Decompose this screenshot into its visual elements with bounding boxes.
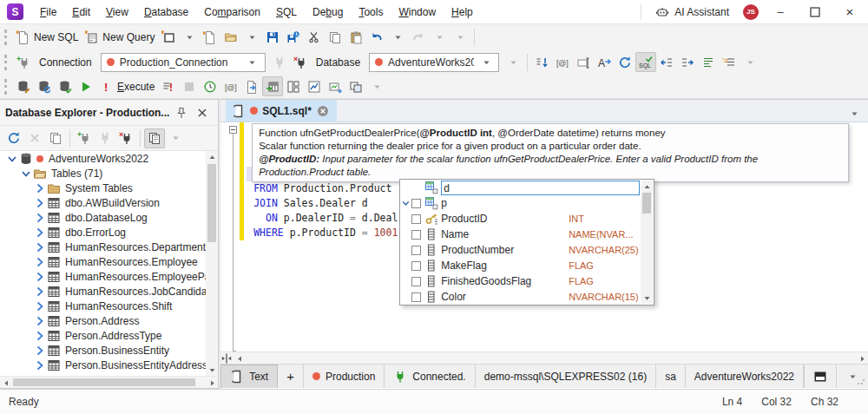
connect-button[interactable]: [269, 52, 290, 72]
scroll-left-icon[interactable]: [0, 377, 12, 389]
delete-button[interactable]: [24, 128, 45, 148]
menu-database[interactable]: Database: [136, 3, 196, 22]
scroll-up-icon[interactable]: [641, 181, 653, 193]
code-area[interactable]: S ,dbo.ufnGetProductDealerPrice( AS Deal…: [220, 122, 868, 352]
chevron-collapsed-icon[interactable]: [33, 344, 47, 358]
edit-database-button[interactable]: [13, 76, 34, 96]
comment-button[interactable]: ’≡: [719, 52, 740, 72]
connection-select[interactable]: Production_Connection: [101, 53, 266, 72]
database-select[interactable]: AdventureWorks20...: [369, 53, 499, 72]
show-documents-button[interactable]: [144, 128, 165, 148]
query-parameters-button[interactable]: [@]: [220, 76, 241, 96]
database-name[interactable]: AdventureWorks2022: [686, 365, 804, 388]
copy-button[interactable]: [325, 27, 345, 47]
open-file-button[interactable]: [220, 27, 241, 47]
decrease-indent-button[interactable]: [656, 52, 677, 72]
scroll-up-icon[interactable]: [206, 151, 218, 163]
tree-item-person-address[interactable]: Person.Address: [0, 313, 218, 328]
tab-close-icon[interactable]: [316, 104, 330, 118]
new-document-button[interactable]: *: [200, 27, 220, 47]
chevron-collapsed-icon[interactable]: [33, 314, 47, 328]
close-panel-button[interactable]: [192, 102, 213, 122]
toolbar-grip[interactable]: [4, 55, 9, 70]
tree-item-dbo-awbuildversion[interactable]: dbo.AWBuildVersion: [0, 195, 218, 210]
completion-item-productid[interactable]: ProductIDINT: [400, 211, 641, 227]
tree-item-humanresources-jobcandidat[interactable]: HumanResources.JobCandidat: [0, 284, 218, 299]
tree-item-system-tables[interactable]: System Tables: [0, 181, 218, 195]
item-checkbox[interactable]: [411, 261, 421, 271]
completion-item-p[interactable]: p: [400, 195, 641, 211]
chevron-collapsed-icon[interactable]: [33, 299, 47, 313]
cut-button[interactable]: [304, 27, 325, 47]
resize-grip[interactable]: [857, 377, 865, 385]
navigate-button[interactable]: A: [594, 52, 615, 72]
chevron-collapsed-icon[interactable]: [33, 255, 47, 269]
insert-snippet-button[interactable]: [531, 52, 552, 72]
chevron-collapsed-icon[interactable]: [33, 285, 47, 299]
menu-view[interactable]: View: [98, 3, 136, 22]
history-caret[interactable]: [450, 27, 470, 47]
check-database-button[interactable]: [55, 76, 76, 96]
window-layout-button[interactable]: [345, 76, 366, 96]
item-checkbox[interactable]: [411, 292, 421, 302]
chevron-collapsed-icon[interactable]: [33, 226, 47, 240]
tree-item-person-addresstype[interactable]: Person.AddressType: [0, 328, 218, 343]
chevron-expanded-icon[interactable]: [400, 196, 411, 210]
parameters-button[interactable]: [@]: [552, 52, 573, 72]
format-caret[interactable]: [740, 52, 760, 72]
explorer-tree[interactable]: AdventureWorks2022Tables (71)System Tabl…: [0, 151, 218, 376]
chevron-collapsed-icon[interactable]: [33, 358, 47, 372]
new-sql-window-button[interactable]: *: [158, 27, 179, 47]
fold-marker[interactable]: [229, 126, 237, 134]
refresh-database-button[interactable]: [34, 76, 55, 96]
chevron-collapsed-icon[interactable]: [33, 196, 47, 210]
completion-item-finishedgoodsflag[interactable]: FinishedGoodsFlagFLAG: [400, 273, 641, 289]
completion-item-d[interactable]: d: [400, 180, 641, 195]
user-name[interactable]: sa: [656, 365, 686, 388]
item-checkbox[interactable]: [411, 277, 421, 286]
popup-scrollbar[interactable]: [641, 181, 653, 304]
run-button[interactable]: [76, 76, 96, 96]
tree-item-tables-71-[interactable]: Tables (71): [0, 166, 218, 181]
menu-edit[interactable]: Edit: [64, 3, 98, 22]
tree-item-person-businessentityaddress[interactable]: Person.BusinessEntityAddress: [0, 358, 218, 372]
maximize-button[interactable]: [802, 3, 828, 22]
tree-item-humanresources-department[interactable]: HumanResources.Department: [0, 240, 218, 254]
chevron-collapsed-icon[interactable]: [33, 211, 47, 225]
tree-item-adventureworks2022[interactable]: AdventureWorks2022: [0, 151, 218, 166]
execute-button[interactable]: ! Execute: [96, 76, 158, 96]
menu-debug[interactable]: Debug: [305, 3, 351, 22]
new-sql-button[interactable]: *New SQL: [13, 27, 82, 47]
refresh-explorer-button[interactable]: [3, 128, 24, 148]
completion-item-makeflag[interactable]: MakeFlagFLAG: [400, 258, 641, 273]
connect-button[interactable]: [95, 128, 115, 148]
scroll-left-icon[interactable]: [233, 352, 246, 365]
item-checkbox[interactable]: [411, 230, 421, 240]
minimize-button[interactable]: –: [767, 3, 793, 22]
completion-item-color[interactable]: ColorNVARCHAR(15): [400, 289, 641, 305]
completion-item-productnumber[interactable]: ProductNumberNVARCHAR(25): [400, 242, 641, 258]
paste-button[interactable]: [345, 27, 366, 47]
undo-caret[interactable]: [387, 27, 408, 47]
tree-vertical-scrollbar[interactable]: [206, 151, 218, 376]
add-view-button[interactable]: +: [278, 365, 304, 388]
redo-button[interactable]: [408, 27, 429, 47]
chevron-collapsed-icon[interactable]: [33, 181, 47, 195]
item-checkbox[interactable]: [411, 199, 421, 208]
results-grid-button[interactable]: [262, 76, 283, 96]
export-doc-button[interactable]: [241, 76, 262, 96]
item-checkbox[interactable]: [411, 214, 421, 224]
menu-tools[interactable]: Tools: [351, 3, 391, 22]
new-sql-window-caret[interactable]: [179, 27, 200, 47]
tab-text-view[interactable]: Text: [220, 365, 278, 388]
completion-item-name[interactable]: NameNAME(NVAR...: [400, 227, 641, 242]
close-button[interactable]: ×: [837, 3, 863, 22]
save-button[interactable]: [262, 27, 283, 47]
menu-window[interactable]: Window: [391, 3, 444, 22]
ai-assistant-button[interactable]: AI Assistant: [650, 3, 734, 22]
tree-item-humanresources-employee[interactable]: HumanResources.Employee: [0, 254, 218, 269]
chevron-expanded-icon[interactable]: [19, 167, 33, 181]
validate-sql-button[interactable]: SQL: [635, 52, 656, 72]
new-connection-button[interactable]: +: [13, 52, 34, 72]
disconnect-button[interactable]: ×: [290, 52, 311, 72]
